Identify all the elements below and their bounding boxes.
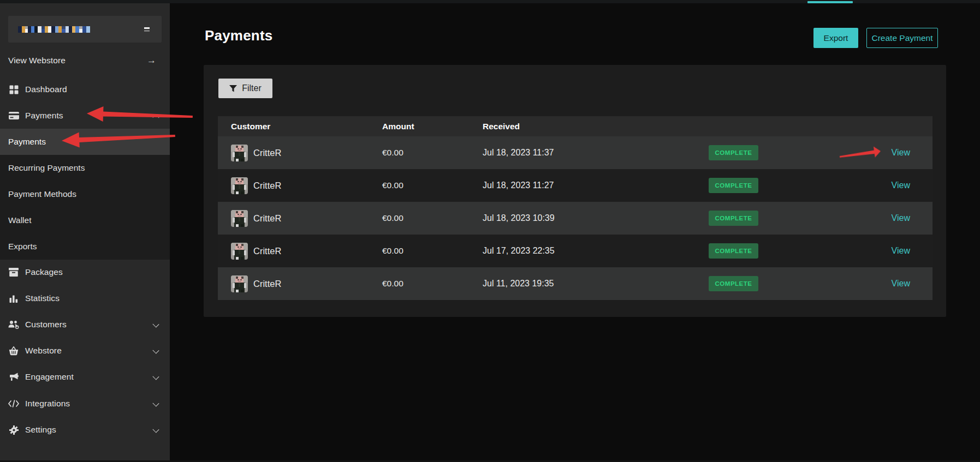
- page-title: Payments: [205, 27, 272, 44]
- table-row: CritteR €0.00 Jul 18, 2023 10:39 COMPLET…: [218, 202, 933, 235]
- box-icon: [8, 267, 19, 278]
- statistics-label: Statistics: [25, 293, 60, 303]
- sidebar-item-settings[interactable]: Settings: [0, 417, 170, 443]
- payment-received: Jul 18, 2023 10:39: [483, 202, 555, 235]
- basket-icon: [8, 345, 19, 356]
- customer-name: CritteR: [253, 235, 281, 267]
- code-icon: [8, 398, 19, 409]
- column-header-customer: Customer: [231, 116, 270, 136]
- store-logo-pixelated-text: [18, 26, 90, 33]
- funnel-icon: [229, 85, 237, 92]
- submenu-item-wallet[interactable]: Wallet: [0, 207, 170, 233]
- table-row: CritteR €0.00 Jul 18, 2023 11:27 COMPLET…: [218, 169, 933, 202]
- sidebar-item-engagement[interactable]: Engagement: [0, 364, 170, 390]
- sidebar-item-payments[interactable]: Payments: [0, 103, 170, 129]
- status-badge: COMPLETE: [709, 211, 758, 226]
- avatar: [231, 169, 248, 202]
- table-row: CritteR €0.00 Jul 11, 2023 19:35 COMPLET…: [218, 267, 933, 300]
- active-tab-indicator: [807, 1, 853, 3]
- submenu-item-recurring-payments[interactable]: Recurring Payments: [0, 155, 170, 181]
- chevron-down-icon: [152, 426, 159, 433]
- payment-received: Jul 11, 2023 19:35: [483, 267, 554, 300]
- column-header-amount: Amount: [382, 116, 414, 136]
- table-row: CritteR €0.00 Jul 18, 2023 11:37 COMPLET…: [218, 136, 933, 169]
- view-link[interactable]: View: [892, 181, 910, 190]
- sidebar-item-view-webstore[interactable]: View Webstore →: [0, 47, 170, 74]
- users-icon: [8, 319, 19, 330]
- table-header: Customer Amount Received: [218, 116, 933, 136]
- sidebar: View Webstore → Dashboard Payments Payme…: [0, 0, 170, 462]
- sidebar-item-statistics[interactable]: Statistics: [0, 285, 170, 311]
- payment-amount: €0.00: [382, 267, 403, 300]
- avatar: [231, 136, 248, 169]
- logo-mark-icon: [144, 27, 150, 32]
- avatar: [231, 235, 248, 267]
- view-webstore-label: View Webstore: [8, 56, 66, 65]
- customer-name: CritteR: [253, 267, 281, 300]
- browser-top-edge: [0, 0, 980, 3]
- dashboard-label: Dashboard: [25, 85, 67, 94]
- status-badge: COMPLETE: [709, 145, 758, 160]
- status-badge: COMPLETE: [709, 178, 758, 193]
- webstore-label: Webstore: [25, 346, 62, 356]
- submenu-item-payment-methods[interactable]: Payment Methods: [0, 181, 170, 207]
- megaphone-icon: [8, 371, 19, 382]
- create-payment-button[interactable]: Create Payment: [866, 28, 938, 48]
- payment-received: Jul 18, 2023 11:27: [483, 169, 554, 202]
- payment-received: Jul 18, 2023 11:37: [483, 136, 554, 169]
- gear-icon: [8, 424, 19, 435]
- payment-received: Jul 17, 2023 22:35: [483, 235, 555, 267]
- submenu-item-payments[interactable]: Payments: [0, 129, 170, 155]
- sidebar-item-integrations[interactable]: Integrations: [0, 391, 170, 417]
- column-header-received: Received: [483, 116, 520, 136]
- chevron-down-icon: [152, 373, 159, 380]
- bar-chart-icon: [8, 293, 19, 304]
- credit-card-icon: [8, 110, 19, 121]
- payments-submenu: Payments Recurring Payments Payment Meth…: [0, 129, 170, 260]
- payments-label: Payments: [25, 111, 63, 121]
- packages-label: Packages: [25, 267, 63, 277]
- filter-label: Filter: [242, 83, 262, 93]
- chevron-down-icon: [152, 400, 159, 406]
- submenu-item-exports[interactable]: Exports: [0, 233, 170, 260]
- sidebar-item-dashboard[interactable]: Dashboard: [0, 76, 170, 103]
- sidebar-item-packages[interactable]: Packages: [0, 259, 170, 285]
- chevron-up-icon: [152, 114, 159, 121]
- avatar: [231, 202, 248, 235]
- settings-label: Settings: [25, 425, 56, 435]
- table-row: CritteR €0.00 Jul 17, 2023 22:35 COMPLET…: [218, 235, 933, 267]
- payment-amount: €0.00: [382, 235, 403, 267]
- chevron-down-icon: [152, 321, 159, 327]
- customer-name: CritteR: [253, 202, 281, 235]
- integrations-label: Integrations: [25, 399, 70, 409]
- avatar: [231, 267, 248, 300]
- status-badge: COMPLETE: [709, 276, 758, 291]
- customers-label: Customers: [25, 320, 67, 329]
- export-button[interactable]: Export: [813, 28, 858, 48]
- view-link[interactable]: View: [892, 279, 910, 289]
- view-link[interactable]: View: [892, 148, 910, 158]
- sidebar-item-customers[interactable]: Customers: [0, 311, 170, 338]
- status-badge: COMPLETE: [709, 243, 758, 259]
- view-link[interactable]: View: [892, 246, 910, 256]
- payment-amount: €0.00: [382, 136, 403, 169]
- engagement-label: Engagement: [25, 372, 74, 382]
- store-logo[interactable]: [8, 16, 162, 43]
- sidebar-item-webstore[interactable]: Webstore: [0, 338, 170, 364]
- view-link[interactable]: View: [892, 213, 910, 223]
- dashboard-icon: [8, 84, 19, 95]
- customer-name: CritteR: [253, 169, 281, 202]
- payment-amount: €0.00: [382, 202, 403, 235]
- filter-button[interactable]: Filter: [218, 79, 272, 98]
- main-content: Payments Export Create Payment Filter Cu…: [170, 3, 980, 462]
- payment-amount: €0.00: [382, 169, 403, 202]
- customer-name: CritteR: [253, 136, 281, 169]
- payments-table: Customer Amount Received CritteR €0.00 J…: [218, 116, 933, 300]
- arrow-right-icon: →: [147, 55, 156, 66]
- payments-card: Filter Customer Amount Received CritteR …: [204, 65, 946, 317]
- chevron-down-icon: [152, 347, 159, 353]
